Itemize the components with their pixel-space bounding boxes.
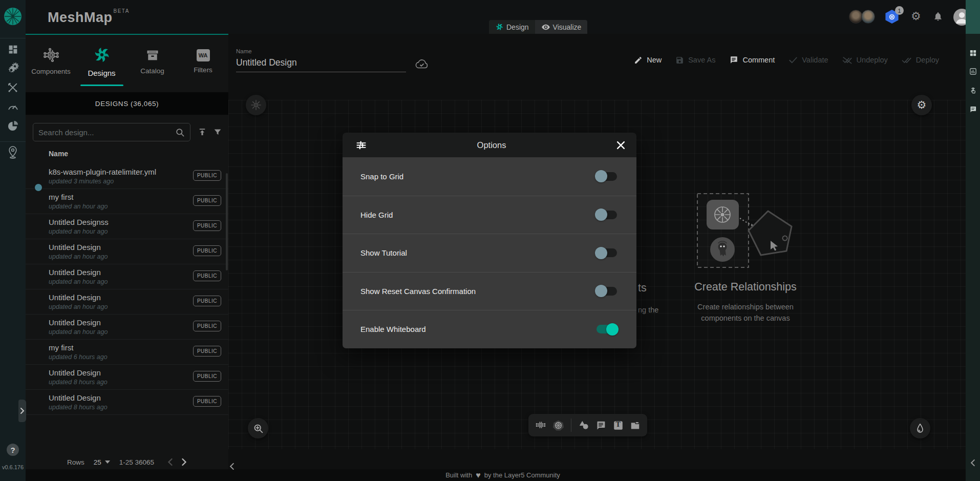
tab-components[interactable]: Components: [26, 35, 76, 88]
visibility-badge[interactable]: PUBLIC: [193, 296, 221, 306]
collaborator-avatar[interactable]: [861, 10, 875, 24]
rail-divider: [0, 141, 26, 142]
toggle-knob: [606, 323, 619, 336]
list-actions: [198, 128, 222, 137]
design-list-item[interactable]: k8s-wasm-plugin-ratelimiter.yml updated …: [26, 164, 228, 189]
new-button[interactable]: New: [634, 56, 662, 65]
design-list-item[interactable]: Untitled Design updated an hour ago PUBL…: [26, 239, 228, 264]
help-glyph: ?: [10, 446, 15, 454]
configuration-tools-icon[interactable]: [0, 82, 26, 93]
comment-bubble-icon: [729, 55, 738, 65]
visibility-badge[interactable]: PUBLIC: [193, 346, 221, 357]
collapse-right-panel-icon[interactable]: [966, 459, 980, 467]
expand-rail-handle[interactable]: [18, 400, 26, 422]
toggle-switch[interactable]: [596, 211, 617, 219]
kubernetes-icon[interactable]: [552, 420, 564, 431]
context-count-badge: 1: [895, 6, 904, 15]
search-box[interactable]: [33, 123, 190, 141]
layer5-logo-icon[interactable]: [4, 7, 22, 26]
canvas-snowflake-button[interactable]: [246, 95, 266, 115]
design-list-item[interactable]: Untitled Design updated an hour ago PUBL…: [26, 289, 228, 315]
heart-icon: ♥: [476, 471, 481, 479]
panel-scrollbar[interactable]: [226, 173, 228, 270]
undeploy-button[interactable]: Undeploy: [842, 56, 888, 65]
tab-filters[interactable]: WA Filters: [178, 35, 228, 88]
design-list-item[interactable]: my first updated 6 hours ago PUBLIC: [26, 340, 228, 365]
tab-components-label: Components: [31, 68, 71, 75]
design-list-item[interactable]: Untitled Design updated an hour ago PUBL…: [26, 315, 228, 340]
occluded-heading-fragment: ts: [638, 282, 647, 295]
touch-gesture-icon[interactable]: [966, 86, 980, 94]
visibility-badge[interactable]: PUBLIC: [193, 170, 221, 181]
meshmap-app: ? v0.6.176 MeshMapBETA Design: [0, 0, 980, 481]
create-relationships-subtitle: Create relationships between components …: [652, 301, 839, 324]
lifecycle-gears-icon[interactable]: [0, 62, 26, 75]
visibility-badge[interactable]: PUBLIC: [193, 220, 221, 231]
help-button[interactable]: ?: [7, 444, 19, 456]
design-list-item[interactable]: Untitled Design updated 8 hours ago PUBL…: [26, 390, 228, 415]
design-canvas[interactable]: Name New Save As Comment: [228, 34, 966, 469]
visibility-badge[interactable]: PUBLIC: [193, 195, 221, 206]
comments-panel-icon[interactable]: [966, 106, 980, 113]
page-size-select[interactable]: 25: [94, 458, 110, 466]
add-component-icon[interactable]: [535, 420, 546, 431]
design-list-item[interactable]: my first updated an hour ago PUBLIC: [26, 189, 228, 214]
options-modal-body: Snap to Grid Hide Grid Show Tutorial Sho…: [343, 157, 636, 348]
notifications-bell-icon[interactable]: [933, 11, 943, 22]
gear-icon: ⚙: [917, 99, 927, 111]
toggle-switch[interactable]: [596, 287, 617, 296]
extensions-icon[interactable]: [0, 120, 26, 132]
shapes-tool-icon[interactable]: [578, 420, 589, 430]
visibility-badge[interactable]: PUBLIC: [193, 270, 221, 281]
collapse-bottom-panel-icon[interactable]: [229, 463, 235, 470]
toggle-switch[interactable]: [596, 248, 617, 257]
visibility-badge[interactable]: PUBLIC: [193, 371, 221, 382]
canvas-settings-button[interactable]: ⚙: [911, 95, 932, 115]
settings-gear-icon[interactable]: ⚙: [911, 11, 921, 22]
tab-designs-label: Designs: [88, 69, 115, 77]
performance-gauge-icon[interactable]: [0, 101, 26, 113]
cloud-saved-icon: [415, 58, 429, 70]
filter-funnel-icon[interactable]: [213, 128, 222, 137]
widgets-grid-icon[interactable]: [966, 49, 980, 57]
tab-designs[interactable]: Designs: [76, 35, 127, 88]
visibility-badge[interactable]: PUBLIC: [193, 245, 221, 256]
import-design-icon[interactable]: [198, 128, 207, 137]
tab-catalog[interactable]: Catalog: [127, 35, 178, 88]
visibility-badge[interactable]: PUBLIC: [193, 396, 221, 407]
analytics-chart-icon[interactable]: [966, 68, 980, 75]
option-row: Hide Grid: [343, 196, 636, 234]
design-list-item[interactable]: Untitled Design updated 8 hours ago PUBL…: [26, 365, 228, 390]
page-range: 1-25 36065: [119, 458, 154, 466]
toggle-switch[interactable]: [596, 325, 617, 333]
meshmap-pin-icon[interactable]: [0, 145, 26, 159]
design-list-item[interactable]: Untitled Design updated an hour ago PUBL…: [26, 264, 228, 289]
comment-button[interactable]: Comment: [729, 55, 775, 65]
design-name-input[interactable]: [236, 54, 406, 72]
canvas-drop-tool-button[interactable]: [910, 418, 930, 438]
option-row: Enable Whiteboard: [343, 310, 636, 348]
footer: Built with ♥ by the Layer5 Community: [26, 469, 980, 481]
zoom-in-button[interactable]: [248, 418, 268, 438]
options-modal: Options Snap to Grid Hide Grid Show Tuto…: [343, 133, 636, 348]
prev-page-icon[interactable]: [167, 458, 173, 466]
search-icon[interactable]: [175, 128, 185, 137]
search-input[interactable]: [38, 128, 171, 137]
design-list-item[interactable]: Untitled Designss updated an hour ago PU…: [26, 214, 228, 239]
toggle-switch[interactable]: [596, 172, 617, 181]
collaborator-avatar[interactable]: [849, 10, 863, 24]
double-check-icon: [902, 56, 912, 65]
toggle-knob: [595, 247, 607, 259]
close-icon[interactable]: [616, 141, 625, 150]
floppy-icon: [675, 56, 684, 65]
visibility-badge[interactable]: PUBLIC: [193, 321, 221, 331]
deploy-button[interactable]: Deploy: [902, 56, 939, 65]
validate-button[interactable]: Validate: [789, 56, 828, 64]
text-tool-icon[interactable]: T: [613, 420, 624, 431]
dashboard-icon[interactable]: [0, 44, 26, 55]
media-tool-icon[interactable]: [630, 421, 641, 430]
design-list: k8s-wasm-plugin-ratelimiter.yml updated …: [26, 164, 228, 415]
save-as-button[interactable]: Save As: [675, 56, 715, 65]
comment-tool-icon[interactable]: [595, 420, 606, 431]
next-page-icon[interactable]: [181, 458, 187, 466]
